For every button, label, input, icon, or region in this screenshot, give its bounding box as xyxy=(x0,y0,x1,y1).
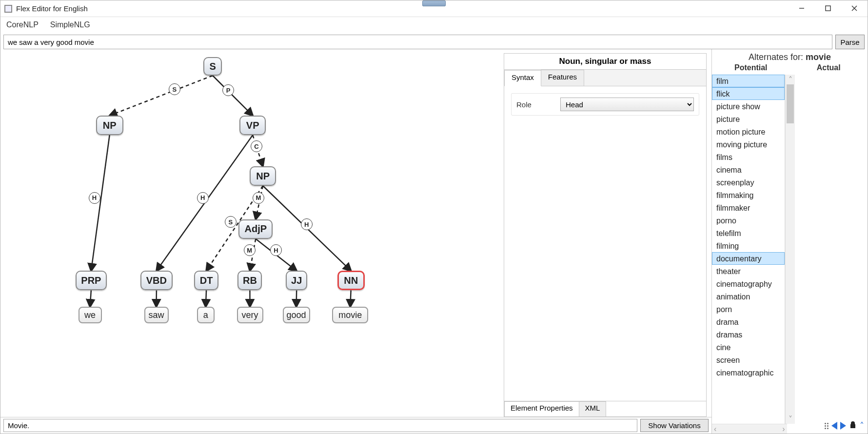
tree-leaf[interactable]: a xyxy=(197,307,215,323)
properties-panel: Noun, singular or mass Syntax Features R… xyxy=(504,53,707,417)
potential-item[interactable]: moving picture xyxy=(712,138,785,151)
potential-item[interactable]: cinematography xyxy=(712,277,785,290)
actual-list[interactable] xyxy=(795,75,868,424)
potential-item[interactable]: filmmaker xyxy=(712,201,785,214)
svg-line-4 xyxy=(110,76,213,116)
properties-title: Noun, singular or mass xyxy=(504,54,706,70)
potential-item[interactable]: drama xyxy=(712,316,785,328)
potential-item[interactable]: flick xyxy=(712,87,785,100)
tree-node-S[interactable]: S xyxy=(203,57,222,76)
scroll-up-icon[interactable]: ˄ xyxy=(786,75,795,84)
svg-line-14 xyxy=(90,290,91,307)
alternates-panel: Alternates for: movie Potential Actual f… xyxy=(711,49,868,434)
close-button[interactable] xyxy=(841,0,868,16)
potential-hscroll[interactable]: ‹› xyxy=(712,424,787,434)
parse-button[interactable]: Parse xyxy=(835,35,865,49)
tree-node-NP2[interactable]: NP xyxy=(250,166,276,186)
scroll-down-icon[interactable]: ˅ xyxy=(786,414,795,424)
edge-label: P xyxy=(222,84,234,96)
potential-item[interactable]: film xyxy=(712,75,785,87)
app-icon xyxy=(4,5,12,13)
col-actual: Actual xyxy=(790,63,868,74)
tree-node-DT[interactable]: DT xyxy=(194,271,218,290)
potential-item[interactable]: filmmaking xyxy=(712,189,785,201)
edge-label: H xyxy=(270,244,282,256)
tree-node-VP[interactable]: VP xyxy=(239,116,266,135)
window-title: Flex Editor for English xyxy=(16,4,88,13)
role-select[interactable]: Head xyxy=(560,98,694,111)
tree-node-NP1[interactable]: NP xyxy=(96,116,123,135)
tree-leaf[interactable]: saw xyxy=(144,307,169,323)
potential-item[interactable]: cine xyxy=(712,341,785,354)
potential-list[interactable]: filmflickpicture showpicturemotion pictu… xyxy=(712,75,785,379)
scroll-right-icon[interactable]: › xyxy=(782,425,785,434)
role-label: Role xyxy=(516,100,560,109)
bottom-tab-xml[interactable]: XML xyxy=(579,401,607,416)
nav-prev-icon[interactable] xyxy=(831,422,837,430)
potential-item[interactable]: telefilm xyxy=(712,227,785,239)
potential-item[interactable]: screenplay xyxy=(712,176,785,189)
potential-item[interactable]: porno xyxy=(712,214,785,227)
chevron-up-icon[interactable]: ˄ xyxy=(860,420,864,431)
menu-item-corenlp[interactable]: CoreNLP xyxy=(6,20,39,29)
edge-label: M xyxy=(244,244,256,256)
grip-icon[interactable] xyxy=(825,423,829,429)
tree-node-AdjP[interactable]: AdjP xyxy=(238,219,273,239)
edge-label: M xyxy=(253,192,264,204)
tree-leaf[interactable]: very xyxy=(237,307,263,323)
potential-item[interactable]: documentary xyxy=(712,252,785,265)
maximize-button[interactable] xyxy=(815,0,841,16)
scroll-left-icon[interactable]: ‹ xyxy=(714,425,716,434)
tab-features[interactable]: Features xyxy=(541,70,584,86)
minimize-button[interactable] xyxy=(789,0,815,16)
potential-item[interactable]: films xyxy=(712,151,785,163)
menu-item-simplenlg[interactable]: SimpleNLG xyxy=(50,20,90,29)
tree-leaf[interactable]: we xyxy=(79,307,102,323)
status-text: Movie. xyxy=(3,419,637,432)
tree-node-RB[interactable]: RB xyxy=(237,271,262,290)
tab-syntax[interactable]: Syntax xyxy=(504,70,541,86)
role-field: Role Head xyxy=(511,93,699,116)
tree-leaf[interactable]: good xyxy=(283,307,310,323)
tree-leaf[interactable]: movie xyxy=(332,307,368,323)
edge-label: H xyxy=(197,192,209,204)
properties-bottom-tabs: Element Properties XML xyxy=(504,401,706,416)
potential-item[interactable]: theater xyxy=(712,265,785,277)
alternates-header: Alternates for: movie xyxy=(712,49,868,63)
bottom-tab-element-properties[interactable]: Element Properties xyxy=(504,401,579,416)
potential-item[interactable]: animation xyxy=(712,290,785,303)
footer: Movie. Show Variations xyxy=(0,417,711,434)
potential-item[interactable]: motion picture xyxy=(712,125,785,138)
dock-handle-icon[interactable] xyxy=(422,0,446,6)
parse-tree-canvas[interactable]: Noun, singular or mass Syntax Features R… xyxy=(0,49,711,417)
potential-item[interactable]: picture show xyxy=(712,100,785,113)
show-variations-button[interactable]: Show Variations xyxy=(640,419,709,432)
potential-scrollbar[interactable]: ˄ ˅ xyxy=(785,75,795,424)
tree-node-NN[interactable]: NN xyxy=(337,271,365,290)
potential-item[interactable]: screen xyxy=(712,354,785,366)
svg-rect-1 xyxy=(826,6,830,11)
potential-item[interactable]: filming xyxy=(712,239,785,252)
potential-item[interactable]: picture xyxy=(712,113,785,125)
sentence-input[interactable] xyxy=(3,35,832,49)
lock-icon[interactable] xyxy=(849,421,857,431)
edge-label: C xyxy=(251,140,262,152)
sentence-input-row: Parse xyxy=(3,35,865,49)
menubar: CoreNLP SimpleNLG xyxy=(0,17,868,33)
potential-item[interactable]: cinema xyxy=(712,163,785,176)
potential-item[interactable]: cinematographic xyxy=(712,366,785,379)
potential-item[interactable]: dramas xyxy=(712,328,785,341)
titlebar: Flex Editor for English xyxy=(0,0,868,17)
svg-line-18 xyxy=(296,290,297,307)
tree-node-JJ[interactable]: JJ xyxy=(286,271,307,290)
tree-node-VBD[interactable]: VBD xyxy=(140,271,173,290)
tree-node-PRP[interactable]: PRP xyxy=(76,271,107,290)
edge-label: H xyxy=(89,192,100,204)
nav-next-icon[interactable] xyxy=(840,422,846,430)
potential-item[interactable]: porn xyxy=(712,303,785,316)
edge-label: H xyxy=(301,218,313,230)
svg-line-5 xyxy=(213,76,253,116)
scroll-thumb[interactable] xyxy=(787,84,794,123)
app-tray: ˄ xyxy=(825,419,864,432)
svg-line-19 xyxy=(350,290,351,307)
